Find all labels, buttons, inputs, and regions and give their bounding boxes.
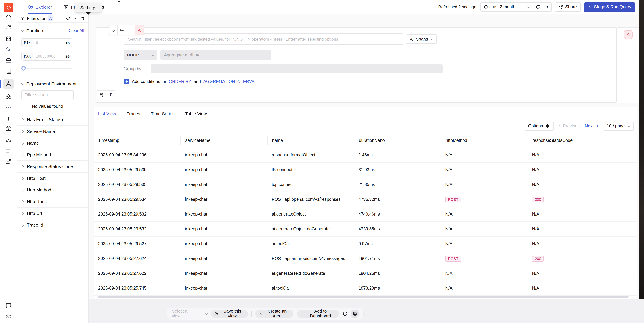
exceptions-bug-icon[interactable] bbox=[3, 126, 14, 132]
toggle-visibility-button[interactable] bbox=[118, 26, 126, 35]
query-builder-mode-button[interactable] bbox=[97, 90, 106, 100]
settings-gear-icon[interactable] bbox=[3, 313, 14, 320]
clone-query-button[interactable] bbox=[126, 26, 135, 35]
column-header-name[interactable]: name bbox=[267, 136, 354, 145]
formula-sigma-button[interactable]: Σ bbox=[106, 90, 115, 100]
clear-all-link[interactable]: Clear All bbox=[69, 28, 84, 33]
group-by-input[interactable] bbox=[151, 64, 442, 73]
column-header-durationnano[interactable]: durationNano bbox=[354, 136, 441, 145]
filter-section-has-error-status[interactable]: Has Error (Status) bbox=[17, 114, 88, 125]
slider-handle[interactable] bbox=[21, 66, 26, 70]
view-tab-table-view[interactable]: Table View bbox=[185, 111, 207, 120]
search-filter-input[interactable] bbox=[128, 36, 400, 42]
services-boxes-icon[interactable] bbox=[3, 93, 14, 100]
filter-section-response-status-code[interactable]: Response Status Code bbox=[17, 160, 88, 172]
add-conditions-plus-button[interactable]: + bbox=[124, 78, 130, 84]
table-row[interactable]: 2025-09-04 23:05:29.527inkeep-chatai.too… bbox=[94, 236, 637, 252]
collapse-panel-button[interactable] bbox=[73, 16, 78, 20]
slider-track[interactable] bbox=[21, 68, 72, 69]
aggregate-operator-select[interactable]: NOOP bbox=[124, 50, 158, 60]
explore-binoculars-icon[interactable] bbox=[3, 136, 14, 144]
duration-label[interactable]: Duration bbox=[26, 28, 43, 33]
filter-section-rpc-method[interactable]: Rpc Method bbox=[17, 149, 88, 160]
table-row[interactable]: 2025-09-04 23:05:25.745inkeep-chatai.too… bbox=[94, 281, 637, 296]
query-label-badge[interactable]: A bbox=[135, 26, 144, 35]
chevron-down-icon[interactable] bbox=[21, 82, 24, 85]
usage-bar-chart-icon[interactable] bbox=[3, 115, 14, 122]
horizontal-scrollbar[interactable] bbox=[98, 296, 628, 298]
order-by-link[interactable]: ORDER BY bbox=[169, 79, 191, 84]
duration-min-input[interactable] bbox=[34, 38, 63, 47]
filter-settings-button[interactable] bbox=[80, 16, 85, 20]
query-chip-a[interactable]: A bbox=[48, 15, 54, 21]
table-row[interactable]: 2025-09-04 23:05:29.532inkeep-chatai.gen… bbox=[94, 222, 637, 236]
query-a-badge[interactable]: A bbox=[624, 30, 632, 39]
filter-section-trace-id[interactable]: Trace Id bbox=[17, 219, 88, 231]
infrastructure-server-icon[interactable] bbox=[3, 57, 14, 64]
integrations-route-icon[interactable] bbox=[3, 158, 14, 165]
sync-filters-button[interactable] bbox=[66, 16, 70, 20]
more-ellipsis-icon[interactable] bbox=[3, 104, 14, 111]
filter-section-http-route[interactable]: Http Route bbox=[17, 196, 88, 207]
filter-section-label: Trace Id bbox=[27, 222, 43, 228]
aggregate-attribute-input[interactable] bbox=[160, 50, 272, 60]
table-cell: inkeep-chat bbox=[180, 192, 267, 206]
clock-icon bbox=[484, 5, 488, 9]
view-tab-time-series[interactable]: Time Series bbox=[151, 111, 174, 120]
table-row[interactable]: 2025-09-04 23:05:34.296inkeep-chatrespon… bbox=[94, 148, 637, 162]
chevron-down-icon[interactable] bbox=[21, 29, 24, 32]
refresh-options-caret[interactable]: ▼ bbox=[543, 2, 552, 12]
view-tab-traces[interactable]: Traces bbox=[127, 111, 140, 120]
previous-page-button[interactable]: Previous bbox=[559, 124, 580, 128]
signoz-logo-icon[interactable] bbox=[4, 3, 13, 12]
pipelines-list-icon[interactable] bbox=[3, 148, 14, 154]
table-row[interactable]: 2025-09-04 23:05:29.535inkeep-chattcp.co… bbox=[94, 177, 637, 192]
logs-scroll-icon[interactable] bbox=[3, 68, 14, 75]
span-scope-select[interactable]: All Spans bbox=[406, 34, 437, 44]
column-header-timestamp[interactable]: Timestamp bbox=[94, 136, 180, 145]
filter-section-http-url[interactable]: Http Url bbox=[17, 207, 88, 219]
stage-run-query-button[interactable]: Stage & Run Query bbox=[584, 2, 635, 12]
table-row[interactable]: 2025-09-04 23:05:27.622inkeep-chatai.gen… bbox=[94, 266, 637, 281]
table-cell: N/A bbox=[528, 281, 637, 296]
column-header-responsestatuscode[interactable]: responseStatusCode bbox=[528, 136, 637, 145]
click-pointer-icon[interactable] bbox=[3, 46, 14, 53]
collapse-query-button[interactable] bbox=[109, 26, 118, 35]
home-icon[interactable] bbox=[3, 14, 14, 20]
create-alert-button[interactable]: Create an Alert bbox=[255, 310, 294, 318]
table-row[interactable]: 2025-09-04 23:05:27.624inkeep-chatPOST a… bbox=[94, 252, 637, 266]
download-panel-button[interactable] bbox=[351, 310, 358, 318]
deployment-filter-values-input[interactable] bbox=[21, 90, 74, 100]
column-header-httpmethod[interactable]: httpMethod bbox=[441, 136, 528, 145]
aggregation-interval-link[interactable]: AGGREGATION INTERVAL bbox=[203, 79, 257, 84]
share-button[interactable]: Share bbox=[555, 2, 580, 12]
traces-compass-icon[interactable] bbox=[3, 79, 14, 89]
alerts-bell-icon[interactable] bbox=[3, 24, 14, 31]
view-tab-list-view[interactable]: List View bbox=[98, 111, 116, 120]
duration-max-input[interactable] bbox=[34, 52, 63, 60]
dashboards-grid-icon[interactable] bbox=[3, 35, 14, 42]
page-size-select[interactable]: 10 / page bbox=[603, 122, 634, 130]
column-header-servicename[interactable]: serviceName bbox=[180, 136, 267, 145]
table-row[interactable]: 2025-09-04 23:05:29.534inkeep-chatPOST a… bbox=[94, 192, 637, 207]
filter-section-http-host[interactable]: Http Host bbox=[17, 172, 88, 184]
time-range-select[interactable]: Last 2 months bbox=[480, 2, 533, 12]
filter-section-name[interactable]: Name bbox=[17, 137, 88, 149]
tab-explorer[interactable]: Explorer bbox=[28, 0, 52, 14]
support-chat-icon[interactable] bbox=[3, 302, 14, 309]
next-page-button[interactable]: Next bbox=[585, 124, 598, 128]
view-select[interactable]: Select a view bbox=[172, 309, 208, 318]
save-view-button[interactable]: Save this view bbox=[211, 310, 248, 318]
table-cell: N/A bbox=[441, 177, 528, 192]
filter-section-http-method[interactable]: Http Method bbox=[17, 184, 88, 196]
filter-section-service-name[interactable]: Service Name bbox=[17, 125, 88, 137]
chevron-left-icon bbox=[558, 124, 561, 128]
deployment-environment-label[interactable]: Deployment Environment bbox=[26, 81, 76, 86]
options-button[interactable]: Options bbox=[524, 122, 554, 130]
add-to-dashboard-button[interactable]: + Add to Dashboard bbox=[297, 310, 339, 318]
chevron-down-icon bbox=[205, 312, 208, 315]
info-button[interactable] bbox=[343, 311, 348, 316]
table-row[interactable]: 2025-09-04 23:05:29.535inkeep-chattls.co… bbox=[94, 162, 637, 177]
refresh-button[interactable] bbox=[533, 2, 543, 12]
table-row[interactable]: 2025-09-04 23:05:29.532inkeep-chatai.gen… bbox=[94, 207, 637, 222]
